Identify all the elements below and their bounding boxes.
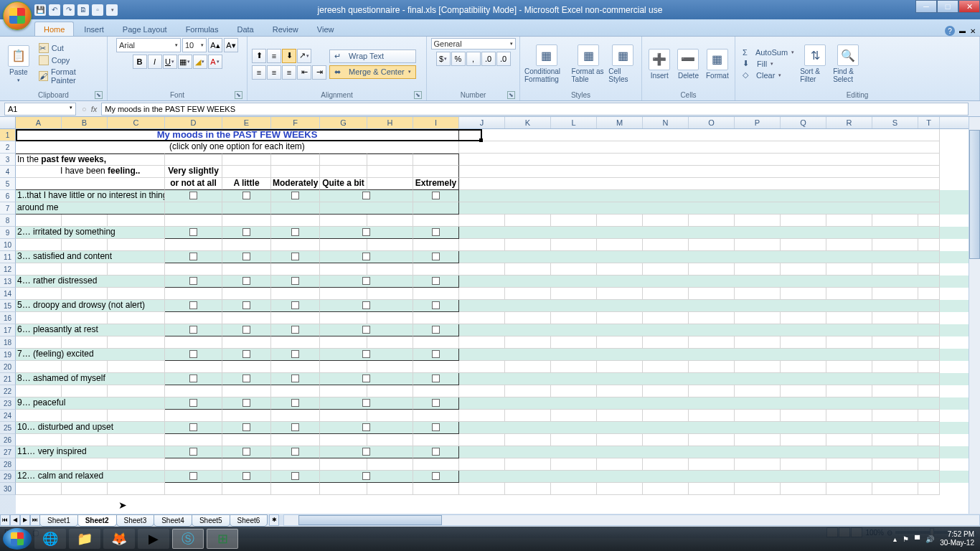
checkbox[interactable] [242, 448, 250, 456]
checkbox[interactable] [242, 253, 250, 260]
merge-center-button[interactable]: ⬌ Merge & Center [329, 65, 416, 79]
checkbox[interactable] [432, 423, 440, 431]
cut-button[interactable]: ✂Cut [36, 42, 103, 54]
column-header[interactable]: K [505, 117, 551, 128]
column-header[interactable]: R [826, 117, 872, 128]
tray-expand-icon[interactable]: ▴ [893, 535, 897, 543]
checkbox[interactable] [362, 253, 370, 260]
italic-button[interactable]: I [148, 55, 162, 69]
row-header[interactable]: 2 [0, 141, 16, 154]
currency-button[interactable]: $ [436, 52, 451, 66]
row-header[interactable]: 18 [0, 336, 16, 349]
cell[interactable] [413, 373, 459, 385]
align-middle-button[interactable]: ≡ [267, 49, 281, 63]
cell[interactable]: In the past few weeks, [16, 154, 165, 166]
checkbox[interactable] [189, 192, 197, 199]
border-button[interactable]: ▦ [178, 55, 192, 69]
cell[interactable] [413, 422, 459, 434]
cell[interactable] [271, 422, 320, 434]
checkbox[interactable] [291, 253, 299, 260]
number-dialog-icon[interactable]: ⬊ [507, 91, 515, 99]
cell[interactable] [271, 202, 320, 215]
cell[interactable]: 9… peaceful [16, 397, 165, 410]
align-right-button[interactable]: ≡ [282, 65, 296, 80]
checkbox[interactable] [242, 326, 250, 334]
cell[interactable] [165, 349, 222, 361]
cell[interactable] [320, 154, 367, 166]
checkbox[interactable] [432, 253, 440, 260]
cell[interactable] [367, 178, 413, 190]
sheet-tab[interactable]: Sheet2 [77, 514, 117, 527]
cell[interactable] [413, 446, 459, 458]
row-header[interactable]: 10 [0, 239, 16, 251]
checkbox[interactable] [362, 326, 370, 334]
cell[interactable] [165, 251, 222, 263]
column-header[interactable]: A [16, 117, 62, 128]
row-header[interactable]: 8 [0, 215, 16, 227]
system-clock[interactable]: 7:52 PM 30-May-12 [940, 530, 974, 547]
checkbox[interactable] [362, 228, 370, 236]
insert-cell-button[interactable]: ➕Insert [646, 49, 672, 80]
row-header[interactable]: 3 [0, 154, 16, 166]
cell[interactable] [413, 300, 459, 312]
horizontal-scrollbar[interactable] [283, 514, 980, 526]
checkbox[interactable] [189, 472, 197, 480]
row-header[interactable]: 1 [0, 129, 16, 141]
shrink-font-button[interactable]: A▾ [224, 38, 238, 52]
format-as-table-button[interactable]: ▦Format as Table [572, 44, 606, 83]
row-header[interactable]: 17 [0, 324, 16, 336]
cell[interactable] [222, 324, 271, 336]
checkbox[interactable] [291, 448, 299, 456]
cell[interactable] [413, 154, 459, 166]
prev-sheet-button[interactable]: ◀ [10, 514, 20, 526]
sort-filter-button[interactable]: ⇅Sort & Filter [800, 44, 830, 83]
taskbar-excel-icon[interactable]: ⊞ [207, 529, 238, 549]
checkbox[interactable] [362, 375, 370, 382]
row-header[interactable]: 21 [0, 373, 16, 385]
checkbox[interactable] [362, 399, 370, 407]
cell[interactable] [271, 324, 320, 336]
cell[interactable] [320, 422, 413, 434]
checkbox[interactable] [242, 399, 250, 407]
cell[interactable] [222, 166, 271, 178]
row-header[interactable]: 11 [0, 251, 16, 263]
sheet-tab[interactable]: Sheet4 [154, 514, 192, 527]
alignment-dialog-icon[interactable]: ⬊ [414, 91, 422, 99]
column-header[interactable]: J [459, 117, 505, 128]
cell[interactable] [222, 227, 271, 239]
checkbox[interactable] [291, 350, 299, 358]
cell[interactable] [413, 166, 459, 178]
cell[interactable] [165, 227, 222, 239]
tab-data[interactable]: Data [228, 22, 262, 36]
cell[interactable] [271, 154, 320, 166]
cell[interactable] [320, 471, 413, 483]
checkbox[interactable] [291, 277, 299, 285]
checkbox[interactable] [432, 277, 440, 285]
row-header[interactable]: 12 [0, 263, 16, 276]
cell[interactable]: 4… rather distressed [16, 276, 165, 288]
font-dialog-icon[interactable]: ⬊ [235, 91, 242, 99]
cell[interactable]: My moods in the PAST FEW WEEKS [16, 129, 459, 141]
tab-page-layout[interactable]: Page Layout [114, 22, 176, 36]
column-header[interactable]: L [551, 117, 597, 128]
cell[interactable] [413, 397, 459, 410]
sheet-tab[interactable]: Sheet6 [230, 514, 268, 527]
column-header[interactable]: N [643, 117, 689, 128]
checkbox[interactable] [432, 350, 440, 358]
checkbox[interactable] [362, 448, 370, 456]
tab-review[interactable]: Review [264, 22, 307, 36]
redo-icon[interactable]: ↷ [63, 4, 75, 16]
cell[interactable] [367, 166, 413, 178]
checkbox[interactable] [432, 375, 440, 382]
column-header[interactable]: T [918, 117, 940, 128]
checkbox[interactable] [432, 326, 440, 334]
cell[interactable] [413, 202, 459, 215]
cell[interactable]: Moderately [271, 178, 320, 190]
row-header[interactable]: 20 [0, 361, 16, 373]
cell[interactable] [16, 178, 165, 190]
cell[interactable] [320, 190, 413, 202]
cell[interactable] [271, 471, 320, 483]
sheet-tab[interactable]: Sheet3 [116, 514, 155, 527]
cell[interactable] [271, 349, 320, 361]
minimize-button[interactable]: ─ [915, 0, 937, 13]
